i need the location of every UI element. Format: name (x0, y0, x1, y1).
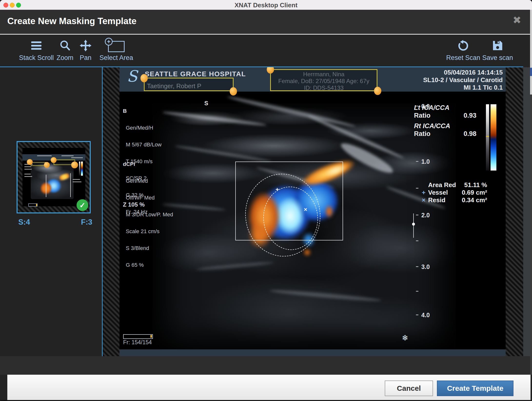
depth-tick (416, 161, 418, 162)
window-title: XNAT Desktop Client (0, 1, 532, 9)
selected-check-icon: ✓ (77, 199, 88, 211)
depth-tick (416, 215, 418, 215)
depth-tick (416, 315, 418, 315)
depth-label: 3.0 (421, 263, 430, 270)
area-red-label: Area Red (422, 181, 464, 189)
area-red-value: 51.11 % (464, 181, 487, 189)
scan-datetime: 05/04/2016 14:14:15 (423, 69, 503, 76)
resid-label: Resid (428, 196, 462, 204)
window-bottom-edge (0, 400, 532, 401)
pan-button[interactable]: Pan (79, 39, 92, 62)
ultrasound-image[interactable]: S SEATTLE GRACE HOSPITAL 05/04/2016 14:1… (119, 67, 506, 356)
area-block: Area Red51.11 % +Vessel0.69 cm² ×Resid0.… (422, 181, 487, 204)
frame-progress-bar (123, 334, 153, 339)
orientation-marker: S (204, 100, 208, 107)
stack-scroll-label: Stack Scroll (19, 54, 54, 62)
reset-scan-button[interactable]: Reset Scan (446, 39, 480, 62)
mask2-line2: Female, DoB: 27/05/1948 Age: 67y (271, 78, 377, 85)
dialog-header: Create New Masking Template ✖ (0, 10, 532, 34)
xnat-desktop-window: XNAT Desktop Client Create New Masking T… (0, 0, 532, 401)
frame-progress-marker (150, 335, 152, 338)
stack-scroll-button[interactable]: Stack Scroll (19, 39, 54, 62)
viewport-right-gutter (523, 67, 530, 356)
dcpi-label: dCPI (123, 161, 173, 167)
cancel-button[interactable]: Cancel (385, 381, 433, 396)
save-scan-button[interactable]: Save scan (482, 39, 513, 62)
background-window-fragment (530, 68, 532, 76)
pan-label: Pan (80, 54, 91, 62)
select-area-button[interactable]: + Select Area (99, 39, 133, 62)
dcpi-params: dCPI Gen/Med Off/WF Med M 3/DR Low/P. Me… (123, 150, 173, 279)
toolbar: Stack Scroll Zoom Pan + Select Area Rese… (0, 35, 532, 67)
ratio-block: Lt ICA/CCA Ratio0.93 Rt ICA/CCA Ratio0.9… (414, 104, 476, 138)
scan-indices: MI 1.1 TIc 0.1 (423, 84, 503, 91)
depth-label: 4.0 (421, 312, 430, 319)
zoom-label: Zoom (57, 54, 73, 62)
thumb-handle-dot (27, 159, 33, 165)
save-scan-label: Save scan (482, 54, 513, 62)
mask1-patient-name: Taetinger, Robert P (147, 82, 201, 90)
thumb-handle-dot (51, 157, 57, 163)
rt-ratio-value: 0.98 (463, 130, 476, 138)
select-area-label: Select Area (99, 54, 133, 62)
mask-handle[interactable] (374, 87, 381, 95)
scan-viewport[interactable]: S SEATTLE GRACE HOSPITAL 05/04/2016 14:1… (103, 67, 523, 356)
lt-ica-cca-label: Lt ICA/CCA (414, 104, 476, 112)
rt-ratio-label: Ratio (414, 130, 431, 138)
mask2-line3: ID: DDS-54133 (271, 85, 377, 91)
footer-panel: Cancel Create Template (7, 375, 531, 400)
mask-region-2[interactable]: Herrmann, Nina Female, DoB: 27/05/1948 A… (270, 69, 377, 91)
lt-ratio-label: Ratio (414, 112, 431, 119)
x-marker: × (304, 207, 307, 212)
plus-marker: + (276, 187, 279, 192)
depth-label: 1.0 (421, 158, 430, 165)
depth-label: 2.0 (421, 212, 430, 219)
stack-scroll-icon (31, 39, 41, 52)
thumbnail-panel: ✓ S:4 F:3 (0, 67, 102, 356)
mask2-line1: Herrmann, Nina (271, 71, 377, 78)
depth-minor-tick (416, 291, 418, 292)
freeze-icon: ❄ (402, 333, 408, 343)
lower-spacer (0, 356, 530, 375)
hospital-name: SEATTLE GRACE HOSPITAL (145, 70, 246, 78)
bmode-label: B (123, 108, 162, 114)
focus-indicator-dot (412, 223, 415, 226)
hospital-logo: S (127, 67, 138, 85)
thumb-roi-line (46, 175, 46, 197)
doppler-color-bar (491, 104, 496, 171)
scan-thumbnail[interactable]: ✓ (17, 141, 91, 213)
thumb-frame-box (28, 203, 38, 207)
zoom-level: Z 105 % (123, 202, 145, 207)
rt-ica-cca-label: Rt ICA/CCA (414, 122, 476, 130)
series-label: S:4 (18, 218, 30, 227)
reset-undo-icon (457, 39, 470, 52)
frame-label: F:3 (81, 218, 92, 227)
create-template-button[interactable]: Create Template (437, 381, 513, 396)
reset-scan-label: Reset Scan (446, 54, 480, 62)
mask-handle[interactable] (230, 87, 237, 95)
focus-indicator-line (413, 213, 414, 238)
macos-titlebar: XNAT Desktop Client (0, 0, 532, 10)
close-icon[interactable]: ✖ (513, 15, 521, 25)
scan-bottom-banner (119, 349, 506, 356)
mask-handle[interactable] (140, 74, 148, 82)
thumb-handle-dot (71, 162, 78, 168)
thumb-gray-bar (79, 162, 80, 176)
depth-minor-tick (416, 188, 418, 189)
lt-ratio-value: 0.93 (463, 112, 476, 119)
grayscale-bar (486, 104, 489, 171)
depth-minor-tick (416, 240, 418, 241)
scan-meta: 05/04/2016 14:14:15 SL10-2 / Vascular / … (423, 69, 503, 91)
depth-tick (416, 266, 418, 267)
magnifier-icon (59, 39, 71, 52)
plus-marker-legend: + (422, 189, 428, 196)
thumb-handle-dot (44, 162, 50, 168)
x-marker-legend: × (422, 196, 428, 204)
mask-region-1[interactable]: Taetinger, Robert P (144, 78, 234, 91)
grayscale-marker (486, 136, 489, 137)
dialog-title: Create New Masking Template (7, 16, 137, 26)
zoom-button[interactable]: Zoom (57, 39, 73, 62)
thumb-color-bar (81, 162, 83, 176)
thumb-roi-line (70, 173, 71, 197)
background-window-fragment (530, 95, 532, 378)
